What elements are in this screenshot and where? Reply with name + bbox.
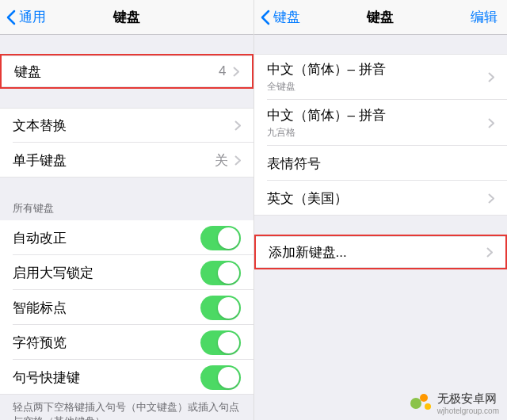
add-new-keyboard-cell[interactable]: 添加新键盘...: [254, 235, 508, 269]
toggle-switch[interactable]: [200, 330, 241, 355]
back-button[interactable]: 键盘: [254, 8, 300, 26]
toggle-switch[interactable]: [200, 365, 241, 390]
chevron-right-icon: [488, 118, 494, 128]
cell-sublabel: 九宫格: [267, 126, 386, 139]
cell-label: 表情符号: [267, 155, 495, 173]
group-footer: 轻点两下空格键插入句号（中文键盘）或插入句点与空格（其他键盘）。: [0, 395, 254, 420]
chevron-left-icon: [261, 10, 270, 25]
cell-value: 关: [215, 151, 228, 170]
cell-label: 添加新键盘...: [269, 243, 487, 262]
keyboard-item[interactable]: 中文（简体）– 拼音 九宫格: [254, 100, 508, 146]
back-label: 通用: [19, 8, 46, 26]
watermark-url: wjhotelgroup.com: [437, 407, 499, 415]
cell-value: 4: [219, 63, 226, 79]
cell-label: 句号快捷键: [13, 368, 200, 387]
group-header-all: 所有键盘: [0, 197, 254, 220]
chevron-right-icon: [234, 120, 241, 131]
nav-title: 键盘: [367, 8, 394, 26]
period-shortcut-cell[interactable]: 句号快捷键: [0, 360, 254, 395]
one-hand-keyboard-cell[interactable]: 单手键盘 关: [0, 143, 254, 178]
cell-label: 中文（简体）– 拼音: [267, 60, 386, 78]
caps-lock-cell[interactable]: 启用大写锁定: [0, 255, 254, 290]
edit-button[interactable]: 编辑: [471, 8, 497, 26]
keyboards-cell[interactable]: 键盘 4: [0, 54, 254, 89]
watermark-title: 无极安卓网: [437, 391, 499, 407]
logo-icon: [410, 392, 433, 414]
toggle-switch[interactable]: [200, 226, 241, 250]
cell-label: 中文（简体）– 拼音: [267, 106, 386, 124]
auto-correct-cell[interactable]: 自动改正: [0, 220, 254, 255]
back-label: 键盘: [273, 8, 300, 26]
cell-label: 键盘: [14, 63, 219, 81]
content: 中文（简体）– 拼音 全键盘 中文（简体）– 拼音 九宫格 表情符号: [254, 35, 508, 420]
chevron-right-icon: [488, 72, 494, 82]
cell-label: 字符预览: [13, 334, 200, 352]
navbar: 键盘 键盘 编辑: [254, 0, 508, 35]
text-replace-cell[interactable]: 文本替换: [0, 108, 254, 143]
cell-label: 启用大写锁定: [13, 264, 200, 282]
chevron-right-icon: [486, 247, 493, 258]
chevron-right-icon: [233, 67, 239, 77]
keyboards-list-screen: 键盘 键盘 编辑 中文（简体）– 拼音 全键盘 中文（简体）– 拼音 九宫格: [254, 0, 508, 420]
cell-label: 单手键盘: [13, 151, 215, 170]
cell-label: 自动改正: [13, 229, 200, 247]
nav-title: 键盘: [113, 8, 140, 26]
cell-label: 文本替换: [13, 116, 234, 135]
chevron-left-icon: [6, 10, 16, 25]
chevron-right-icon: [488, 193, 494, 204]
smart-punct-cell[interactable]: 智能标点: [0, 290, 254, 325]
keyboard-item[interactable]: 表情符号: [254, 146, 508, 181]
cell-sublabel: 全键盘: [267, 80, 386, 94]
content: 键盘 4 文本替换 单手键盘 关 所有键盘 自动改正: [0, 35, 254, 420]
back-button[interactable]: 通用: [0, 8, 46, 26]
chevron-right-icon: [234, 155, 241, 166]
toggle-switch[interactable]: [200, 261, 241, 285]
char-preview-cell[interactable]: 字符预览: [0, 325, 254, 360]
toggle-switch[interactable]: [200, 296, 241, 320]
cell-label: 英文（美国）: [267, 189, 489, 208]
watermark: 无极安卓网 wjhotelgroup.com: [410, 391, 499, 415]
keyboard-settings-screen: 通用 键盘 键盘 4 文本替换 单手键盘 关: [0, 0, 254, 420]
navbar: 通用 键盘: [0, 0, 254, 35]
keyboard-item[interactable]: 中文（简体）– 拼音 全键盘: [254, 54, 508, 100]
keyboard-item[interactable]: 英文（美国）: [254, 181, 508, 216]
cell-label: 智能标点: [13, 299, 200, 317]
